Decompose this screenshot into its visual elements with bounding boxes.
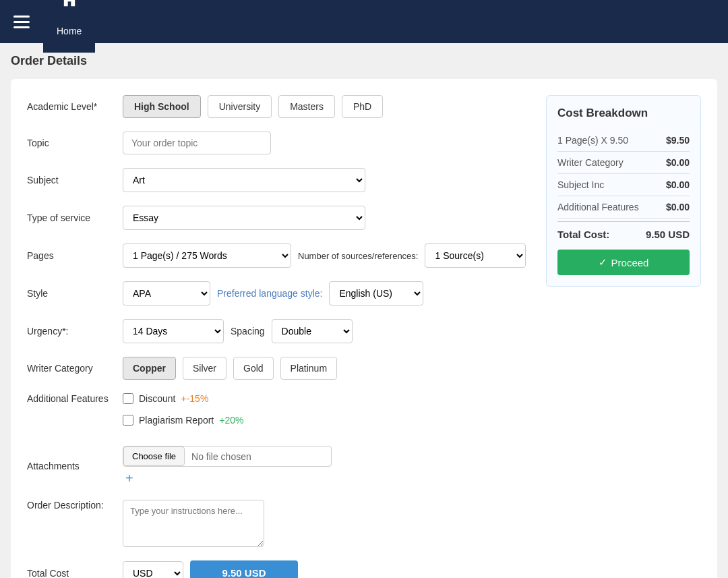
cost-breakdown-title: Cost Breakdown [557, 107, 690, 120]
cost-row-pages: 1 Page(s) X 9.50 $9.50 [557, 129, 690, 152]
type-of-service-row: Type of service Essay Research Paper Ter… [27, 206, 530, 230]
style-row: Style APA MLA Chicago Preferred language… [27, 281, 530, 306]
language-style-label: Preferred language style: [217, 288, 322, 299]
additional-features-row: Additional Features Discount +-15% Plagi… [27, 393, 530, 432]
proceed-button[interactable]: ✓ Proceed [557, 250, 690, 275]
cost-row-subject-label: Subject Inc [557, 179, 604, 190]
currency-select[interactable]: USD EUR GBP [123, 561, 183, 579]
style-select[interactable]: APA MLA Chicago [123, 281, 210, 306]
cost-row-additional-value: $0.00 [666, 202, 690, 212]
style-label: Style [27, 288, 115, 299]
attachments-label: Attachments [27, 461, 115, 471]
header: Home [0, 0, 728, 43]
level-btn-phd[interactable]: PhD [342, 95, 383, 118]
sources-select[interactable]: 1 Source(s) 2 Source(s) 3 Source(s) [425, 243, 526, 268]
urgency-spacing-row: Urgency*: 14 Days 10 Days 7 Days 5 Days … [27, 319, 530, 343]
home-button[interactable]: Home [43, 0, 95, 53]
topic-controls [123, 132, 530, 154]
add-attachment-button[interactable]: + [125, 471, 133, 486]
subject-select[interactable]: Art Biology Business Chemistry Computer … [123, 168, 365, 192]
urgency-spacing-controls: 14 Days 10 Days 7 Days 5 Days 3 Days 2 D… [123, 319, 530, 343]
academic-level-row: Academic Level* High School University M… [27, 95, 530, 118]
level-btn-university[interactable]: University [208, 95, 272, 118]
topic-row: Topic [27, 132, 530, 154]
writer-category-controls: Copper Silver Gold Platinum [123, 357, 530, 380]
writer-category-row: Writer Category Copper Silver Gold Plati… [27, 357, 530, 380]
sources-label: Number of sources/references: [298, 251, 418, 261]
menu-icon[interactable] [13, 16, 30, 28]
order-description-label: Order Description: [27, 500, 115, 511]
cost-row-additional-label: Additional Features [557, 202, 639, 212]
type-of-service-label: Type of service [27, 212, 115, 223]
cost-total-value: 9.50 USD [646, 229, 690, 240]
plagiarism-label: Plagiarism Report [139, 415, 214, 426]
home-label: Home [43, 9, 95, 53]
topic-input[interactable] [123, 132, 271, 154]
discount-checkbox[interactable] [123, 393, 133, 404]
cost-total-row: Total Cost: 9.50 USD [557, 221, 690, 250]
choose-file-button[interactable]: Choose file [123, 446, 185, 466]
cost-total-label: Total Cost: [557, 229, 609, 240]
pages-sources-controls: 1 Page(s) / 275 Words 2 Page(s) / 550 Wo… [123, 243, 530, 268]
additional-features-label: Additional Features [27, 393, 115, 404]
discount-percent: +-15% [181, 393, 208, 404]
attachments-controls: Choose file No file chosen + [123, 446, 530, 486]
total-cost-row: Total Cost USD EUR GBP 9.50 USD [27, 560, 530, 578]
spacing-select[interactable]: Double Single [272, 319, 353, 343]
spacing-label: Spacing [231, 326, 265, 337]
order-description-textarea[interactable] [123, 500, 264, 547]
total-cost-label: Total Cost [27, 568, 115, 579]
academic-level-label: Academic Level* [27, 101, 115, 112]
plagiarism-percent: +20% [219, 415, 243, 426]
page-wrap: Order Details Academic Level* High Schoo… [0, 43, 728, 578]
cost-row-subject-value: $0.00 [666, 179, 690, 190]
type-of-service-select[interactable]: Essay Research Paper Term Paper [123, 206, 365, 230]
discount-row: Discount +-15% [123, 393, 208, 404]
pages-select[interactable]: 1 Page(s) / 275 Words 2 Page(s) / 550 Wo… [123, 243, 291, 268]
pages-label: Pages [27, 250, 115, 261]
academic-level-controls: High School University Masters PhD [123, 95, 530, 118]
urgency-select[interactable]: 14 Days 10 Days 7 Days 5 Days 3 Days 2 D… [123, 319, 224, 343]
total-cost-controls: USD EUR GBP 9.50 USD [123, 560, 530, 578]
cost-row-pages-label: 1 Page(s) X 9.50 [557, 135, 628, 146]
style-controls: APA MLA Chicago Preferred language style… [123, 281, 530, 306]
pages-sources-row: Pages 1 Page(s) / 275 Words 2 Page(s) / … [27, 243, 530, 268]
form-section: Academic Level* High School University M… [27, 95, 530, 578]
discount-label: Discount [139, 393, 175, 404]
writer-btn-silver[interactable]: Silver [183, 357, 226, 380]
page-title: Order Details [11, 54, 717, 68]
writer-btn-platinum[interactable]: Platinum [280, 357, 337, 380]
order-description-controls [123, 500, 530, 547]
cost-row-writer-label: Writer Category [557, 157, 624, 168]
topic-label: Topic [27, 138, 115, 148]
cost-row-additional: Additional Features $0.00 [557, 196, 690, 219]
order-description-row: Order Description: [27, 500, 530, 547]
proceed-label: Proceed [611, 257, 649, 268]
language-style-select[interactable]: English (US) English (UK) [329, 281, 423, 306]
level-btn-masters[interactable]: Masters [278, 95, 335, 118]
type-of-service-controls: Essay Research Paper Term Paper [123, 206, 530, 230]
plagiarism-row: Plagiarism Report +20% [123, 415, 243, 426]
writer-btn-copper[interactable]: Copper [123, 357, 176, 380]
subject-controls: Art Biology Business Chemistry Computer … [123, 168, 530, 192]
level-btn-highschool[interactable]: High School [123, 95, 201, 118]
plagiarism-checkbox[interactable] [123, 415, 133, 426]
total-cost-display: 9.50 USD [190, 560, 298, 578]
cost-row-writer-value: $0.00 [666, 157, 690, 168]
home-icon [60, 0, 79, 9]
file-input-area: Choose file No file chosen [123, 446, 332, 467]
cost-row-pages-value: $9.50 [666, 135, 690, 146]
main-card: Academic Level* High School University M… [11, 79, 717, 578]
cost-row-writer: Writer Category $0.00 [557, 152, 690, 174]
subject-label: Subject [27, 175, 115, 185]
cost-card: Cost Breakdown 1 Page(s) X 9.50 $9.50 Wr… [546, 95, 701, 287]
cost-row-subject: Subject Inc $0.00 [557, 174, 690, 196]
proceed-checkmark-icon: ✓ [599, 256, 607, 268]
urgency-label: Urgency*: [27, 326, 115, 337]
cost-section: Cost Breakdown 1 Page(s) X 9.50 $9.50 Wr… [546, 95, 701, 578]
attachments-row: Attachments Choose file No file chosen + [27, 446, 530, 486]
writer-category-label: Writer Category [27, 363, 115, 374]
no-file-text: No file chosen [185, 447, 258, 466]
additional-features-controls: Discount +-15% Plagiarism Report +20% [123, 393, 530, 432]
writer-btn-gold[interactable]: Gold [233, 357, 274, 380]
